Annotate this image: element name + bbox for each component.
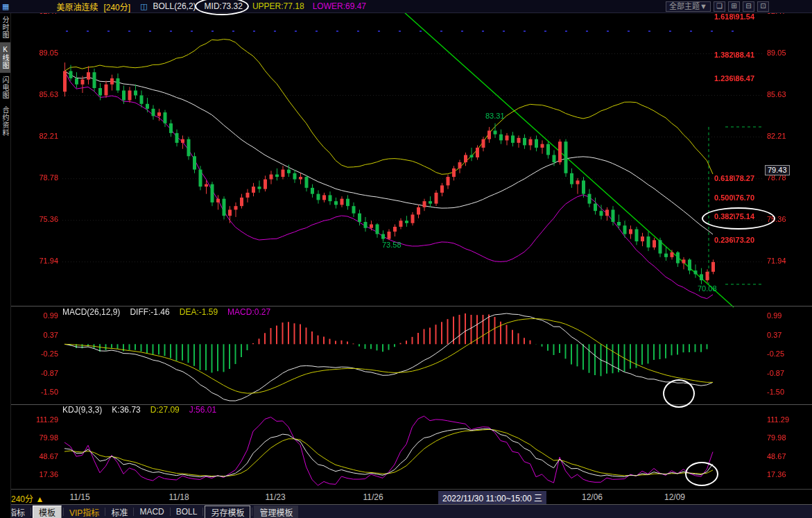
topbar-right-controls: 全部主题▼ ❏ ⊞ ⊟ ⊡ — [666, 1, 769, 12]
bottom-tab-8[interactable]: 管理模板 — [254, 506, 298, 518]
main-axis-label-left: 71.94 — [10, 257, 58, 266]
kdj-axis-label-right: 48.67 — [767, 452, 786, 461]
macd-axis-label-right: 0.37 — [767, 331, 781, 340]
boll-lower-value: LOWER:69.47 — [313, 1, 366, 11]
kdj-axis-label-right: 17.36 — [767, 470, 786, 479]
macd-axis-label-right: -0.87 — [767, 369, 784, 378]
kdj-axis-label-left: 79.98 — [10, 433, 58, 442]
kdj-k: K:36.73 — [112, 406, 140, 415]
main-axis-label-right: 85.63 — [767, 90, 786, 99]
maximize-icon[interactable]: ⊡ — [757, 1, 769, 12]
fib-level-label: 0.500\76.70 — [714, 193, 754, 202]
main-axis-label-left: 89.05 — [10, 49, 58, 58]
kdj-name: KDJ(9,3,3) — [62, 406, 102, 415]
main-axis-label-left: 85.63 — [10, 90, 58, 99]
kdj-axis-label-left: 17.36 — [10, 470, 58, 479]
sidebar-item-2[interactable]: K线图 — [0, 42, 10, 73]
main-axis-label-right: 71.94 — [767, 257, 786, 266]
boll-mid-value: MID:73.32 — [205, 1, 243, 11]
time-axis-date: 11/15 — [69, 492, 89, 502]
bottom-tab-6[interactable]: BOLL — [171, 506, 203, 517]
period-text: 240分 — [11, 494, 33, 504]
grid-2x2-icon[interactable]: ⊞ — [728, 1, 740, 12]
expand-arrow-icon: ▲ — [35, 494, 44, 504]
macd-dea: DEA:-1.59 — [180, 308, 218, 317]
macd-diff: DIFF:-1.46 — [130, 308, 169, 317]
time-axis-date: 11/23 — [265, 492, 285, 502]
tab-separator — [202, 508, 203, 516]
price-extreme-label: 73.58 — [382, 241, 401, 249]
price-extreme-label: 70.08 — [698, 284, 717, 293]
macd-name: MACD(26,12,9) — [62, 308, 120, 317]
kdj-axis-label-left: 48.67 — [10, 452, 58, 461]
macd-header: MACD(26,12,9) DIFF:-1.46 DEA:-1.59 MACD:… — [62, 308, 270, 317]
bottom-tab-3[interactable]: VIP指标 — [64, 506, 105, 518]
time-axis-date: 12/06 — [582, 492, 603, 502]
period-selector[interactable]: 240分 ▲ — [11, 492, 44, 504]
pane-split-icon[interactable]: ❏ — [714, 1, 725, 12]
kdj-axis-label-right: 111.29 — [767, 415, 789, 424]
fib-level-label: 0.382\75.14 — [714, 212, 754, 221]
kdj-d: D:27.09 — [150, 406, 180, 415]
sidebar-item-3[interactable]: 闪电图 — [0, 73, 10, 103]
bottom-tab-4[interactable]: 标准 — [105, 506, 133, 518]
bottom-tab-7[interactable]: 另存模板 — [205, 506, 250, 518]
macd-axis-label-left: -0.25 — [10, 349, 58, 359]
sidebar-item-4[interactable]: 合约资料 — [0, 103, 10, 140]
main-axis-label-left: 82.21 — [10, 132, 58, 141]
macd-axis-label-left: 0.37 — [10, 331, 58, 340]
time-axis: 240分 ▲ 11/1511/1811/2311/262022/11/30 11… — [0, 489, 812, 505]
macd-axis-label-right: -1.50 — [767, 388, 784, 397]
macd-axis-label-right: 0.99 — [767, 311, 781, 320]
time-axis-highlighted-date: 2022/11/30 11:00~15:00 三 — [438, 491, 546, 504]
bottom-tabbar: 指标模板VIP指标标准MACDBOLL另存模板管理模板 — [0, 504, 812, 518]
main-axis-label-left: 75.36 — [10, 215, 58, 224]
theme-dropdown[interactable]: 全部主题▼ — [666, 1, 711, 12]
main-chart-canvas[interactable] — [0, 0, 812, 518]
macd-axis-label-right: -0.25 — [767, 349, 784, 359]
price-extreme-label: 83.31 — [485, 112, 505, 120]
kdj-j: J:56.01 — [189, 406, 216, 415]
boll-indicator-label: BOLL(26,2) — [153, 1, 196, 11]
main-axis-label-left: 78.78 — [10, 173, 58, 182]
app-logo-icon: ▦ — [2, 3, 9, 10]
kdj-axis-label-right: 79.98 — [767, 433, 786, 442]
last-price-badge: 79.43 — [765, 165, 790, 175]
macd-value: MACD:0.27 — [227, 308, 270, 317]
macd-axis-label-left: -1.50 — [10, 388, 58, 397]
top-toolbar: ▦ 美原油连续 [240分] ◫ BOLL(26,2) MID:73.32 UP… — [0, 0, 812, 13]
macd-axis-label-left: 0.99 — [10, 311, 58, 320]
tab-separator — [31, 508, 31, 516]
grid-rows-icon[interactable]: ⊟ — [743, 1, 754, 12]
macd-axis-label-left: -0.87 — [10, 369, 58, 378]
fib-level-label: 1.618\91.54 — [714, 12, 754, 21]
boll-upper-value: UPPER:77.18 — [252, 1, 304, 11]
symbol-title: 美原油连续 — [56, 1, 98, 12]
bottom-tab-2[interactable]: 模板 — [33, 506, 62, 518]
main-axis-label-right: 89.05 — [767, 49, 786, 58]
tab-separator — [252, 508, 252, 516]
chart-type-sidebar: 分时图K线图闪电图合约资料 — [0, 12, 11, 518]
main-axis-label-right: 75.36 — [767, 215, 786, 224]
kline-style-icon[interactable]: ◫ — [140, 2, 147, 11]
period-label: [240分] — [103, 1, 130, 12]
fib-level-label: 0.236\73.20 — [714, 236, 754, 244]
time-axis-date: 12/09 — [664, 492, 685, 502]
main-axis-label-right: 82.21 — [767, 132, 786, 141]
sidebar-item-1[interactable]: 分时图 — [0, 12, 10, 42]
fib-level-label: 1.236\86.47 — [714, 74, 754, 83]
bottom-tab-5[interactable]: MACD — [134, 506, 169, 517]
fib-level-label: 1.382\88.41 — [714, 51, 754, 59]
kdj-header: KDJ(9,3,3) K:36.73 D:27.09 J:56.01 — [62, 406, 216, 415]
time-axis-date: 11/18 — [169, 492, 189, 502]
kdj-axis-label-left: 111.29 — [10, 415, 58, 424]
time-axis-date: 11/26 — [363, 492, 383, 502]
fib-level-label: 0.618\78.27 — [714, 174, 754, 182]
